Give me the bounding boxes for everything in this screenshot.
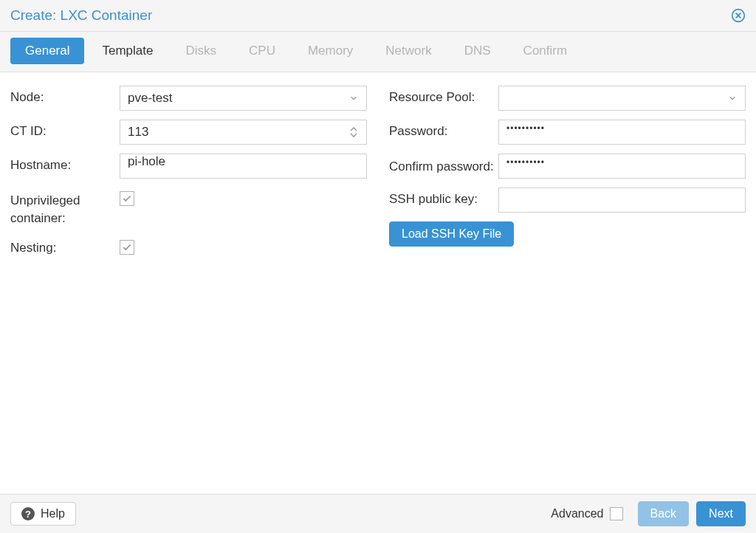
spinner-arrows[interactable] [350,127,359,137]
password-label: Password: [389,120,498,139]
chevron-down-icon [348,93,359,103]
help-button[interactable]: ? Help [10,502,76,526]
arrow-up-icon [350,127,357,132]
back-button[interactable]: Back [638,501,690,526]
pool-select[interactable] [498,86,746,111]
hostname-input[interactable]: pi-hole [120,154,367,179]
tab-dns: DNS [450,38,506,64]
tab-disks: Disks [171,38,231,64]
form-row-confirm-password: Confirm password: •••••••••• [389,154,746,179]
tab-memory: Memory [293,38,368,64]
form-row-ssh-key: SSH public key: [389,188,746,213]
tab-bar: General Template Disks CPU Memory Networ… [0,32,756,72]
arrow-down-icon [350,132,357,137]
ctid-value: 113 [128,125,148,140]
form-body: Node: pve-test CT ID: 113 [0,72,756,275]
node-label: Node: [10,86,120,105]
form-row-unprivileged: Unprivileged container: [10,188,367,227]
advanced-checkbox[interactable] [610,507,623,520]
tab-network: Network [371,38,446,64]
advanced-label: Advanced [551,507,603,520]
form-row-hostname: Hostname: pi-hole [10,154,367,179]
nesting-label: Nesting: [10,236,120,255]
nesting-checkbox[interactable] [120,240,134,255]
password-value: •••••••••• [506,123,545,134]
pool-label: Resource Pool: [389,86,498,105]
chevron-down-icon [727,93,738,103]
form-column-left: Node: pve-test CT ID: 113 [10,86,367,264]
confirm-password-label: Confirm password: [389,154,498,176]
help-label: Help [41,507,65,520]
form-row-pool: Resource Pool: [389,86,746,111]
dialog-footer: ? Help Advanced Back Next [0,494,756,533]
unprivileged-label: Unprivileged container: [10,188,120,227]
ctid-input[interactable]: 113 [120,120,367,145]
advanced-section: Advanced [551,507,622,520]
dialog-title: Create: LXC Container [10,7,152,24]
confirm-password-input[interactable]: •••••••••• [498,154,746,179]
check-icon [122,193,132,204]
ctid-label: CT ID: [10,120,120,139]
confirm-password-value: •••••••••• [506,157,545,168]
node-select[interactable]: pve-test [120,86,367,111]
form-row-ctid: CT ID: 113 [10,120,367,145]
form-column-right: Resource Pool: Password: •••••••••• Conf… [389,86,746,264]
tab-general[interactable]: General [10,38,84,64]
help-icon: ? [21,507,35,520]
check-icon [122,242,132,252]
form-row-password: Password: •••••••••• [389,120,746,145]
form-row-nesting: Nesting: [10,236,367,255]
next-button[interactable]: Next [696,501,746,526]
load-ssh-button[interactable]: Load SSH Key File [389,221,514,247]
node-value: pve-test [128,91,172,106]
dialog-header: Create: LXC Container [0,0,756,32]
hostname-value: pi-hole [128,154,165,168]
ssh-key-label: SSH public key: [389,188,498,207]
form-row-node: Node: pve-test [10,86,367,111]
form-row-load-ssh: Load SSH Key File [389,221,746,247]
tab-cpu: CPU [234,38,290,64]
tab-template[interactable]: Template [87,38,168,64]
password-input[interactable]: •••••••••• [498,120,746,145]
close-icon[interactable] [731,8,746,23]
unprivileged-checkbox[interactable] [120,191,134,206]
ssh-key-input[interactable] [498,188,746,213]
hostname-label: Hostname: [10,154,120,173]
tab-confirm: Confirm [509,38,583,64]
